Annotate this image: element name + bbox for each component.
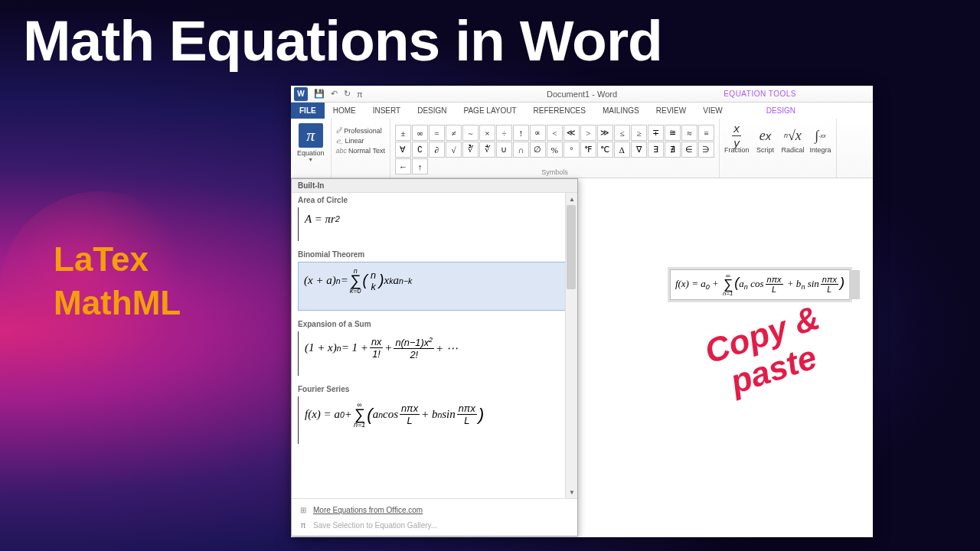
symbol-←[interactable]: ← [395,158,411,174]
chevron-down-icon: ▼ [308,157,313,162]
fraction-button[interactable]: xyFraction [724,125,750,154]
radical-icon: n√x [781,125,804,146]
symbol-∅[interactable]: ∅ [530,142,546,158]
tab-equation-design[interactable]: DESIGN [758,103,804,119]
equation-button[interactable]: π Equation ▼ [296,122,326,164]
symbols-group-label: Symbols [541,168,568,176]
symbol-°[interactable]: ° [564,142,580,158]
integral-button[interactable]: ∫-xxIntegra [808,125,831,154]
symbol-∁[interactable]: ∁ [412,142,428,158]
symbol-×[interactable]: × [479,125,495,141]
side-line-2: MathML [54,281,181,324]
symbol-∛[interactable]: ∛ [462,142,479,158]
qat-redo-icon[interactable]: ↻ [342,89,352,99]
symbol-![interactable]: ! [513,125,529,141]
symbol-∝[interactable]: ∝ [530,125,546,141]
script-icon: ex [753,125,776,146]
dropdown-footer: ⊞ More Equations from Office.com π Save … [292,498,577,536]
symbol-÷[interactable]: ÷ [496,125,512,141]
symbol-<[interactable]: < [547,125,563,141]
symbol-~[interactable]: ~ [462,125,479,141]
symbol-℃[interactable]: ℃ [597,142,613,158]
script-button[interactable]: exScript [753,125,776,154]
title-bar: W 💾 ↶ ↻ π Document1 - Word EQUATION TOOL… [291,86,873,103]
ribbon-group-equation: π Equation ▼ [291,119,332,178]
fraction-icon: xy [725,125,748,146]
tab-review[interactable]: REVIEW [648,103,694,119]
gallery-item-area-circle[interactable]: A = πr2 [298,207,571,241]
symbol-≫[interactable]: ≫ [597,125,613,141]
symbol-∜[interactable]: ∜ [479,142,495,158]
ribbon-group-structures: xyFraction exScript n√xRadical ∫-xxInteg… [720,119,838,178]
symbol-↑[interactable]: ↑ [412,158,428,174]
gallery-item-fourier[interactable]: f(x) = a0 + ∞∑n=1 (an cosnπxL + bn sinnπ… [298,396,571,444]
linear-button[interactable]: ℯ_Linear [336,137,385,145]
symbol-≥[interactable]: ≥ [631,125,647,141]
symbol-%[interactable]: % [547,142,563,158]
symbol-∀[interactable]: ∀ [395,142,411,158]
qat-save-icon[interactable]: 💾 [312,89,326,99]
symbol-√[interactable]: √ [446,142,462,158]
scroll-down-icon[interactable]: ▼ [566,486,577,498]
context-tab-label: EQUATION TOOLS [724,90,796,98]
symbol-≤[interactable]: ≤ [614,125,630,141]
tab-home[interactable]: HOME [325,103,364,119]
symbol-∪[interactable]: ∪ [496,142,512,158]
tab-insert[interactable]: INSERT [364,103,410,119]
dropdown-scroll-area: Area of Circle A = πr2 Binomial Theorem … [292,193,577,498]
tab-file[interactable]: FILE [291,103,325,119]
gallery-item-title: Expansion of a Sum [292,317,577,330]
tab-view[interactable]: VIEW [694,103,731,119]
pi-small-icon: π [298,520,309,530]
tab-references[interactable]: REFERENCES [525,103,594,119]
gallery-item-expansion[interactable]: (1 + x)n = 1 + nx1! + n(n−1)x22! + ⋯ [298,331,571,376]
gallery-item-binomial[interactable]: (x + a)n = n∑k=0 (nk) xkan−k [298,262,571,311]
gallery-item-title: Area of Circle [292,193,577,206]
symbol-℉[interactable]: ℉ [580,142,596,158]
symbol-∩[interactable]: ∩ [513,142,529,158]
symbol-∓[interactable]: ∓ [648,125,664,141]
callout-annotation: Copy & paste [701,299,835,406]
symbol-≈[interactable]: ≈ [681,125,697,141]
tab-mailings[interactable]: MAILINGS [594,103,648,119]
dropdown-scrollbar[interactable]: ▲ ▼ [565,193,577,498]
tab-design[interactable]: DESIGN [409,103,455,119]
symbol->[interactable]: > [580,125,596,141]
symbol-∄[interactable]: ∄ [665,142,681,158]
pi-icon: π [299,123,323,148]
gallery-item-title: Binomial Theorem [292,247,577,260]
symbol-≠[interactable]: ≠ [446,125,462,141]
qat-undo-icon[interactable]: ↶ [329,89,339,99]
symbol-∋[interactable]: ∋ [698,142,714,158]
document-equation-field[interactable]: f(x) = a0 + ∞∑n=1(an cosnπxL + bn sinnπx… [670,269,850,300]
scroll-up-icon[interactable]: ▲ [566,193,577,205]
symbol-≡[interactable]: ≡ [698,125,714,141]
tab-page-layout[interactable]: PAGE LAYOUT [456,103,525,119]
symbol-∇[interactable]: ∇ [631,142,647,158]
scroll-thumb[interactable] [567,205,576,289]
symbol-≅[interactable]: ≅ [665,125,681,141]
symbol-∞[interactable]: ∞ [412,125,428,141]
symbol-∆[interactable]: ∆ [614,142,630,158]
symbol-±[interactable]: ± [395,125,411,141]
symbol-≪[interactable]: ≪ [564,125,580,141]
ribbon-tabs: FILE HOME INSERT DESIGN PAGE LAYOUT REFE… [291,103,873,119]
page-title: Math Equations in Word [23,8,662,73]
symbol-∃[interactable]: ∃ [648,142,664,158]
professional-button[interactable]: ℯxProfessional [336,125,385,135]
symbol-=[interactable]: = [429,125,445,141]
symbol-∂[interactable]: ∂ [429,142,445,158]
quick-access-toolbar: 💾 ↶ ↻ π [312,89,364,99]
normal-text-button[interactable]: abcNormal Text [336,147,385,155]
word-app-window: W 💾 ↶ ↻ π Document1 - Word EQUATION TOOL… [291,86,873,537]
dropdown-header: Built-In [292,179,577,193]
more-equations-link[interactable]: ⊞ More Equations from Office.com [292,502,577,517]
radical-button[interactable]: n√xRadical [781,125,804,154]
integral-icon: ∫-xx [808,125,831,146]
side-caption: LaTex MathML [54,237,181,324]
qat-pi-icon[interactable]: π [355,90,364,99]
side-line-1: LaTex [54,237,181,281]
document-title: Document1 - Word [547,90,617,99]
symbol-∈[interactable]: ∈ [681,142,697,158]
equation-button-label: Equation [297,149,325,157]
